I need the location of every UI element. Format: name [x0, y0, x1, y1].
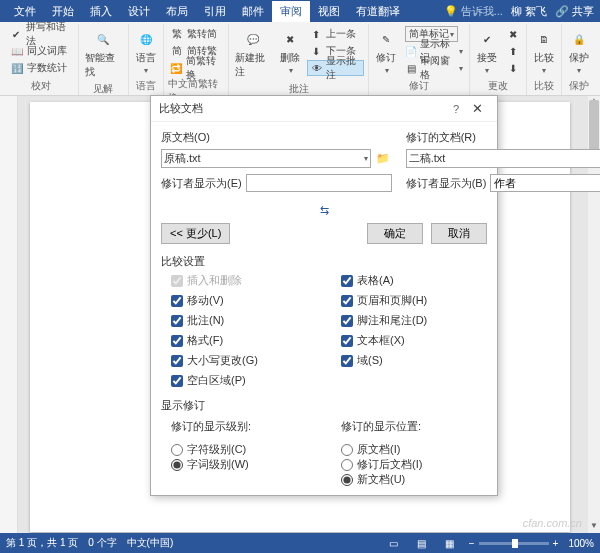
zoom-value[interactable]: 100%: [568, 538, 594, 549]
spelling-button[interactable]: ✔拼写和语法: [8, 26, 74, 42]
tab-mailings[interactable]: 邮件: [234, 1, 272, 22]
browse-original-button[interactable]: 📁: [374, 150, 392, 168]
help-button[interactable]: ?: [447, 103, 465, 115]
chevron-down-icon: ▾: [364, 154, 368, 163]
radio-input[interactable]: [171, 459, 183, 471]
status-wordcount[interactable]: 0 个字: [88, 536, 116, 550]
reject-button[interactable]: ✖: [504, 26, 522, 42]
checkbox[interactable]: [341, 275, 353, 287]
convert-icon: 繁: [170, 27, 184, 41]
radio-字词级别(W)[interactable]: 字词级别(W): [171, 457, 317, 472]
next-change-button[interactable]: ⬇: [504, 60, 522, 76]
checkbox[interactable]: [171, 355, 183, 367]
tab-layout[interactable]: 布局: [158, 1, 196, 22]
check-移动(V)[interactable]: 移动(V): [171, 293, 317, 308]
check-批注(N)[interactable]: 批注(N): [171, 313, 317, 328]
revised-doc-dropdown[interactable]: 二稿.txt▾: [406, 149, 600, 168]
status-language[interactable]: 中文(中国): [127, 536, 174, 550]
read-mode-button[interactable]: ▭: [385, 536, 403, 550]
radio-原文档(I)[interactable]: 原文档(I): [341, 442, 487, 457]
original-doc-label: 原文档(O): [161, 130, 392, 145]
group-tracking: ✎ 修订▾ 简单标记▾ 📄显示标记▾ ▤审阅窗格▾ 修订: [369, 24, 470, 95]
tab-review[interactable]: 审阅: [272, 1, 310, 22]
close-button[interactable]: ✕: [465, 101, 489, 116]
page-icon: ▤: [417, 538, 426, 549]
swap-docs-button[interactable]: ⇆: [161, 204, 487, 217]
tab-insert[interactable]: 插入: [82, 1, 120, 22]
prev-change-button[interactable]: ⬆: [504, 43, 522, 59]
ok-button[interactable]: 确定: [367, 223, 423, 244]
checkbox[interactable]: [171, 315, 183, 327]
sc-to-tc-button[interactable]: 繁繁转简: [168, 26, 225, 42]
next-icon: ⬇: [506, 61, 520, 75]
revised-reviser-input[interactable]: [490, 174, 600, 192]
delete-comment-button[interactable]: ✖ 删除▾: [277, 26, 303, 77]
status-page[interactable]: 第 1 页，共 1 页: [6, 536, 78, 550]
radio-修订后文档(I)[interactable]: 修订后文档(I): [341, 457, 487, 472]
check-文本框(X)[interactable]: 文本框(X): [341, 333, 487, 348]
check-大小写更改(G)[interactable]: 大小写更改(G): [171, 353, 317, 368]
check-label: 空白区域(P): [187, 373, 246, 388]
radio-input[interactable]: [171, 444, 183, 456]
user-name[interactable]: 柳 絮飞: [511, 4, 547, 19]
show-icon: 👁: [310, 61, 322, 75]
print-layout-button[interactable]: ▤: [413, 536, 431, 550]
scroll-down-icon[interactable]: ▼: [588, 521, 600, 533]
show-comments-button[interactable]: 👁显示批注: [307, 60, 364, 76]
sc-tc-convert-button[interactable]: 🔁简繁转换: [168, 60, 225, 76]
check-脚注和尾注(D)[interactable]: 脚注和尾注(D): [341, 313, 487, 328]
tab-design[interactable]: 设计: [120, 1, 158, 22]
checkbox[interactable]: [171, 295, 183, 307]
tab-home[interactable]: 开始: [44, 1, 82, 22]
original-reviser-input[interactable]: [246, 174, 392, 192]
original-doc-dropdown[interactable]: 原稿.txt▾: [161, 149, 371, 168]
new-comment-button[interactable]: 💬 新建批注: [233, 26, 273, 81]
convert-icon: 简: [170, 44, 184, 58]
zoom-out-button[interactable]: −: [469, 538, 475, 549]
zoom-thumb[interactable]: [512, 539, 518, 548]
check-格式(F)[interactable]: 格式(F): [171, 333, 317, 348]
track-changes-button[interactable]: ✎ 修订▾: [373, 26, 399, 77]
radio-新文档(U)[interactable]: 新文档(U): [341, 472, 487, 487]
checkbox[interactable]: [341, 295, 353, 307]
cancel-button[interactable]: 取消: [431, 223, 487, 244]
zoom-slider[interactable]: − +: [469, 538, 559, 549]
language-button[interactable]: 🌐 语言▾: [133, 26, 159, 77]
tab-youdao[interactable]: 有道翻译: [348, 1, 408, 22]
tab-references[interactable]: 引用: [196, 1, 234, 22]
check-label: 移动(V): [187, 293, 224, 308]
review-pane-button[interactable]: ▤审阅窗格▾: [403, 60, 465, 76]
tab-view[interactable]: 视图: [310, 1, 348, 22]
check-label: 格式(F): [187, 333, 223, 348]
checkbox[interactable]: [171, 335, 183, 347]
share-button[interactable]: 🔗 共享: [555, 4, 594, 19]
radio-input[interactable]: [341, 474, 353, 486]
web-layout-button[interactable]: ▦: [441, 536, 459, 550]
tell-me[interactable]: 💡告诉我...: [444, 4, 503, 19]
checkbox[interactable]: [341, 335, 353, 347]
radio-input[interactable]: [341, 444, 353, 456]
zoom-track[interactable]: [479, 542, 549, 545]
checkbox[interactable]: [341, 355, 353, 367]
zoom-in-button[interactable]: +: [553, 538, 559, 549]
wordcount-button[interactable]: 🔢字数统计: [8, 60, 74, 76]
check-空白区域(P)[interactable]: 空白区域(P): [171, 373, 317, 388]
group-label-compare: 比较: [534, 78, 554, 95]
radio-字符级别(C)[interactable]: 字符级别(C): [171, 442, 317, 457]
checkbox[interactable]: [171, 375, 183, 387]
accept-button[interactable]: ✔ 接受▾: [474, 26, 500, 77]
revision-level-label: 修订的显示级别:: [171, 419, 317, 434]
check-表格(A)[interactable]: 表格(A): [341, 273, 487, 288]
checkbox[interactable]: [341, 315, 353, 327]
prev-comment-button[interactable]: ⬆上一条: [307, 26, 364, 42]
tab-file[interactable]: 文件: [6, 1, 44, 22]
check-页眉和页脚(H)[interactable]: 页眉和页脚(H): [341, 293, 487, 308]
smart-lookup-button[interactable]: 🔍 智能查找: [83, 26, 124, 81]
compare-button[interactable]: 🗎 比较▾: [531, 26, 557, 77]
less-button[interactable]: << 更少(L): [161, 223, 230, 244]
chevron-down-icon: ▾: [542, 66, 546, 75]
thesaurus-button[interactable]: 📖同义词库: [8, 43, 74, 59]
radio-input[interactable]: [341, 459, 353, 471]
protect-button[interactable]: 🔒 保护▾: [566, 26, 592, 77]
check-域(S)[interactable]: 域(S): [341, 353, 487, 368]
